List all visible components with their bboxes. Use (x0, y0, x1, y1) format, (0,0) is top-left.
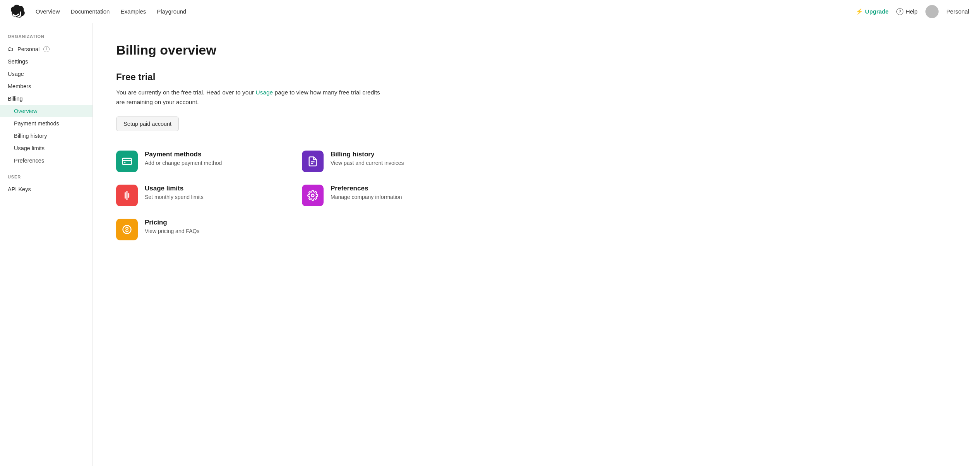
help-circle-icon: ? (896, 8, 903, 15)
upgrade-button[interactable]: ⚡ Upgrade (856, 8, 889, 15)
payment-methods-content: Payment methods Add or change payment me… (145, 151, 222, 166)
free-trial-title: Free trial (116, 72, 957, 82)
sidebar-item-payment-methods[interactable]: Payment methods (0, 117, 93, 130)
pricing-desc: View pricing and FAQs (145, 228, 199, 234)
preferences-title: Preferences (331, 185, 402, 192)
payment-methods-icon (116, 151, 138, 172)
nav-examples[interactable]: Examples (120, 8, 146, 15)
pricing-title: Pricing (145, 219, 199, 226)
nav-playground[interactable]: Playground (157, 8, 186, 15)
usage-limits-content: Usage limits Set monthly spend limits (145, 185, 204, 200)
logo-icon[interactable] (11, 5, 25, 19)
billing-history-title: Billing history (331, 151, 404, 158)
sidebar-item-usage[interactable]: Usage (0, 68, 93, 80)
user-section-label: USER (0, 175, 93, 183)
sidebar-item-settings[interactable]: Settings (0, 55, 93, 68)
pricing-content: Pricing View pricing and FAQs (145, 219, 199, 234)
nav-documentation[interactable]: Documentation (71, 8, 110, 15)
sidebar-item-members[interactable]: Members (0, 80, 93, 93)
svg-point-8 (312, 194, 314, 197)
billing-history-desc: View past and current invoices (331, 160, 404, 166)
preferences-desc: Manage company information (331, 194, 402, 200)
free-trial-description: You are currently on the free trial. Hea… (116, 88, 387, 107)
sidebar-item-api-keys[interactable]: API Keys (0, 183, 93, 195)
card-preferences[interactable]: Preferences Manage company information (302, 185, 464, 206)
payment-methods-desc: Add or change payment method (145, 160, 222, 166)
upgrade-icon: ⚡ (856, 8, 863, 15)
nav-overview[interactable]: Overview (36, 8, 60, 15)
usage-limits-title: Usage limits (145, 185, 204, 192)
sidebar-item-billing[interactable]: Billing (0, 93, 93, 105)
org-section-label: ORGANIZATION (0, 34, 93, 43)
svg-rect-2 (124, 162, 126, 163)
sidebar-item-billing-overview[interactable]: Overview (0, 105, 93, 117)
top-nav: Overview Documentation Examples Playgrou… (0, 0, 980, 23)
nav-links: Overview Documentation Examples Playgrou… (36, 8, 856, 15)
billing-history-icon (302, 151, 324, 172)
usage-limits-icon (116, 185, 138, 206)
layout: ORGANIZATION 🗂 Personal i Settings Usage… (0, 0, 980, 466)
info-icon: i (43, 46, 50, 52)
page-title: Billing overview (116, 43, 957, 58)
card-billing-history[interactable]: Billing history View past and current in… (302, 151, 464, 172)
setup-paid-account-button[interactable]: Setup paid account (116, 116, 179, 131)
payment-methods-title: Payment methods (145, 151, 222, 158)
help-button[interactable]: ? Help (896, 8, 918, 15)
avatar[interactable] (925, 5, 939, 18)
card-payment-methods[interactable]: Payment methods Add or change payment me… (116, 151, 279, 172)
sidebar-item-personal[interactable]: 🗂 Personal i (0, 43, 93, 55)
usage-limits-desc: Set monthly spend limits (145, 194, 204, 200)
briefcase-icon: 🗂 (8, 46, 14, 52)
sidebar-item-billing-history[interactable]: Billing history (0, 130, 93, 142)
billing-history-content: Billing history View past and current in… (331, 151, 404, 166)
nav-right: ⚡ Upgrade ? Help Personal (856, 5, 969, 18)
pricing-icon (116, 219, 138, 240)
sidebar-item-preferences[interactable]: Preferences (0, 154, 93, 167)
card-usage-limits[interactable]: Usage limits Set monthly spend limits (116, 185, 279, 206)
preferences-icon (302, 185, 324, 206)
svg-rect-0 (122, 158, 131, 164)
personal-label[interactable]: Personal (946, 8, 969, 15)
sidebar-item-usage-limits[interactable]: Usage limits (0, 142, 93, 154)
sidebar: ORGANIZATION 🗂 Personal i Settings Usage… (0, 23, 93, 466)
card-pricing[interactable]: Pricing View pricing and FAQs (116, 219, 279, 240)
main-content: Billing overview Free trial You are curr… (93, 23, 980, 466)
cards-grid: Payment methods Add or change payment me… (116, 151, 464, 240)
usage-link[interactable]: Usage (255, 89, 273, 96)
preferences-content: Preferences Manage company information (331, 185, 402, 200)
